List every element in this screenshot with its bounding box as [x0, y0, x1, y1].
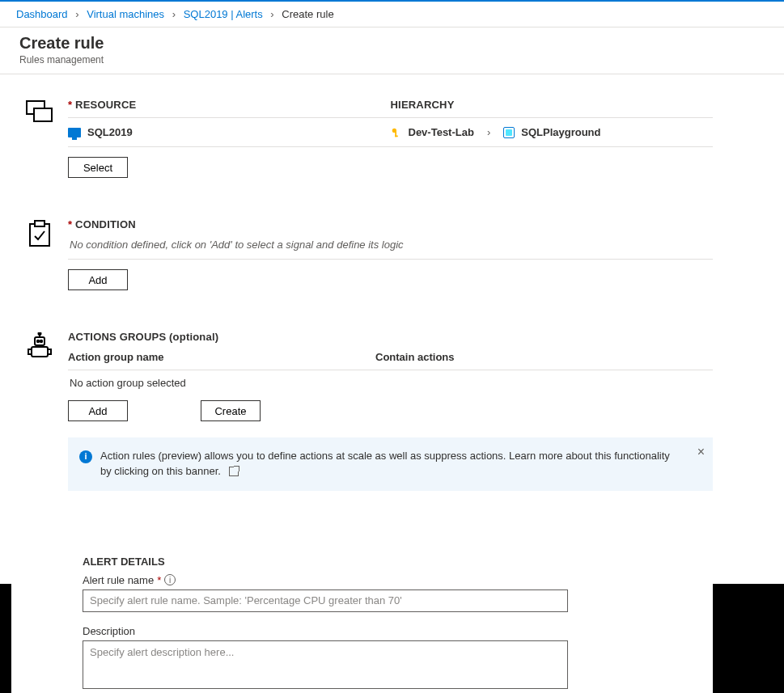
alert-rule-name-input[interactable]: [83, 589, 568, 612]
vm-icon: [68, 128, 81, 137]
resource-section: *RESOURCE HIERARCHY SQL2019 Dev-Test-Lab…: [11, 99, 713, 218]
add-action-group-button[interactable]: Add: [68, 400, 128, 421]
description-label: Description: [83, 625, 135, 637]
svg-rect-14: [32, 347, 48, 357]
condition-section: *CONDITION No condition defined, click o…: [11, 218, 713, 331]
external-link-icon: [229, 467, 239, 476]
right-black-bar: [713, 74, 784, 693]
svg-rect-16: [48, 349, 51, 354]
chevron-right-icon: ›: [75, 8, 78, 20]
alert-details-section: ALERT DETAILS Alert rule name * i Descri…: [11, 556, 713, 691]
add-condition-button[interactable]: Add: [68, 269, 128, 290]
left-black-bar: [0, 74, 11, 693]
key-icon: [391, 127, 402, 138]
alert-rule-name-label: Alert rule name: [83, 574, 154, 586]
condition-icon: [11, 218, 68, 247]
select-resource-button[interactable]: Select: [68, 157, 128, 178]
action-groups-section: ACTIONS GROUPS (optional) Action group n…: [11, 331, 713, 507]
lab-icon: [503, 127, 515, 138]
resource-heading: RESOURCE: [75, 99, 136, 111]
svg-point-13: [39, 332, 41, 335]
breadcrumb-link-alerts[interactable]: SQL2019 | Alerts: [184, 8, 263, 20]
description-textarea[interactable]: [83, 640, 568, 689]
page-subtitle: Rules management: [19, 54, 765, 65]
svg-rect-6: [30, 224, 49, 246]
svg-rect-15: [28, 349, 32, 354]
breadcrumb-link-virtual-machines[interactable]: Virtual machines: [87, 8, 164, 20]
resource-name: SQL2019: [87, 126, 133, 138]
alert-details-heading: ALERT DETAILS: [83, 556, 713, 568]
create-action-group-button[interactable]: Create: [201, 400, 261, 421]
chevron-right-icon: ›: [487, 126, 490, 138]
svg-point-10: [37, 340, 39, 342]
condition-hint: No condition defined, click on 'Add' to …: [68, 230, 713, 260]
page-header: Create rule Rules management: [0, 27, 784, 74]
info-banner-text: Action rules (preview) allows you to def…: [100, 450, 670, 477]
condition-heading: CONDITION: [75, 218, 136, 230]
action-group-name-col: Action group name: [68, 351, 375, 363]
breadcrumb: Dashboard › Virtual machines › SQL2019 |…: [0, 2, 784, 27]
breadcrumb-current: Create rule: [282, 8, 333, 20]
page-title: Create rule: [19, 34, 765, 53]
svg-rect-1: [34, 108, 52, 121]
chevron-right-icon: ›: [270, 8, 273, 20]
action-rules-info-banner[interactable]: i Action rules (preview) allows you to d…: [68, 437, 713, 491]
svg-point-11: [40, 340, 42, 342]
help-icon[interactable]: i: [164, 574, 176, 585]
required-star: *: [157, 574, 161, 586]
close-banner-button[interactable]: ×: [697, 442, 705, 461]
contain-actions-col: Contain actions: [375, 351, 455, 363]
svg-rect-5: [395, 135, 398, 137]
action-groups-icon: [11, 331, 68, 360]
hierarchy-heading: HIERARCHY: [391, 99, 455, 111]
hierarchy-item-a: Dev-Test-Lab: [409, 126, 474, 138]
chevron-right-icon: ›: [172, 8, 176, 20]
breadcrumb-link-dashboard[interactable]: Dashboard: [16, 8, 68, 20]
no-action-group-text: No action group selected: [68, 370, 713, 391]
resource-icon: [11, 99, 68, 125]
action-groups-heading: ACTIONS GROUPS (optional): [68, 331, 713, 343]
info-icon: i: [79, 450, 92, 463]
hierarchy-item-b: SQLPlayground: [521, 126, 600, 138]
svg-rect-7: [35, 221, 44, 226]
